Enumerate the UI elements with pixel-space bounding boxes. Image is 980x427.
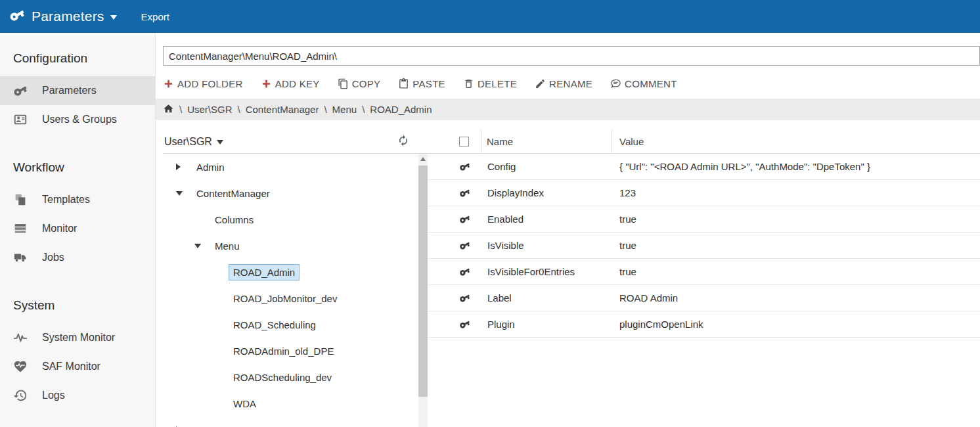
heart-pulse-icon — [13, 359, 28, 374]
users-card-icon — [13, 112, 28, 127]
path-input[interactable] — [163, 46, 980, 66]
add-folder-button[interactable]: ADD FOLDER — [163, 78, 243, 89]
sidebar-item-label: Jobs — [42, 252, 64, 263]
param-key-cell — [428, 240, 481, 251]
param-name: Config — [481, 161, 612, 172]
sidebar-item-label: Users & Groups — [42, 114, 117, 125]
key-icon — [13, 83, 28, 98]
breadcrumb-items: \User\SGR\ContentManager\Menu\ROAD_Admin — [179, 104, 432, 115]
main-content: ADD FOLDERADD KEYCOPYPASTEDELETERENAMECO… — [156, 33, 980, 427]
tree-root-label: User\SGR — [164, 136, 212, 148]
paste-button[interactable]: PASTE — [398, 78, 445, 89]
comment-button[interactable]: COMMENT — [610, 78, 677, 89]
collapse-arrow-icon[interactable] — [193, 244, 210, 248]
scrollbar-track[interactable] — [418, 154, 428, 427]
tree-item-menu[interactable]: Menu — [163, 233, 418, 259]
tree-root-selector[interactable]: User\SGR — [163, 136, 223, 148]
tree-pane: User\SGR AdminContentManagerColumnsMenuR… — [163, 130, 418, 427]
parameters-table: Name Value Config{ "Url": "<ROAD Admin U… — [428, 130, 980, 427]
column-header-name[interactable]: Name — [481, 130, 612, 153]
key-icon — [459, 266, 470, 277]
sidebar-item-templates[interactable]: Templates — [0, 185, 155, 214]
tree-item-label: Columns — [210, 212, 258, 228]
tree-scrollbar[interactable] — [418, 130, 428, 427]
sidebar-heading-system: System — [0, 272, 155, 323]
param-key-cell — [428, 266, 481, 277]
collapse-arrow-icon[interactable] — [175, 191, 192, 196]
button-label: PASTE — [412, 78, 445, 89]
tree-item-label: ROADScheduling_dev — [229, 369, 336, 386]
sidebar-item-saf-monitor[interactable]: SAF Monitor — [0, 352, 155, 381]
refresh-icon[interactable] — [397, 135, 409, 146]
sidebar: ConfigurationParametersUsers & GroupsWor… — [0, 33, 156, 427]
expand-arrow-icon[interactable] — [175, 164, 192, 170]
scroll-thumb[interactable] — [418, 166, 428, 397]
home-slot — [163, 103, 174, 116]
breadcrumb-segment-menu[interactable]: Menu — [332, 104, 357, 115]
folder-tree: AdminContentManagerColumnsMenuROAD_Admin… — [163, 154, 418, 427]
param-value: 123 — [612, 187, 980, 198]
tree-item-label: ContentManager — [192, 185, 275, 202]
table-header: Name Value — [428, 130, 980, 154]
plus-icon — [163, 78, 174, 89]
tree-item-road-scheduling[interactable]: ROAD_Scheduling — [163, 311, 418, 338]
paste-icon — [398, 78, 409, 89]
tree-item-wda[interactable]: WDA — [163, 390, 418, 416]
button-label: DELETE — [478, 78, 517, 89]
tree-item-roadscheduling-dev[interactable]: ROADScheduling_dev — [163, 364, 418, 390]
breadcrumb-segment-road-admin[interactable]: ROAD_Admin — [370, 104, 432, 115]
topbar-menu-export[interactable]: Export — [139, 7, 172, 26]
button-label: COMMENT — [625, 78, 677, 89]
templates-icon — [13, 192, 28, 207]
sidebar-item-parameters[interactable]: Parameters — [0, 76, 155, 105]
chevron-down-icon[interactable] — [110, 15, 117, 23]
tree-item-admin[interactable]: Admin — [163, 154, 418, 180]
tree-item-label: ROAD_JobMonitor_dev — [229, 290, 342, 307]
tree-item-contentmanager[interactable]: ContentManager — [163, 180, 418, 206]
scroll-up-button[interactable] — [418, 154, 428, 164]
sidebar-item-label: System Monitor — [42, 332, 115, 344]
breadcrumb: \User\SGR\ContentManager\Menu\ROAD_Admin — [156, 99, 980, 120]
sidebar-item-label: Templates — [42, 194, 90, 206]
param-row-label[interactable]: LabelROAD Admin — [428, 285, 980, 311]
plus-icon — [261, 78, 272, 89]
param-row-plugin[interactable]: PluginpluginCmOpenLink — [428, 311, 980, 338]
param-row-isvisiblefor0entries[interactable]: IsVisibleFor0Entriestrue — [428, 259, 980, 285]
tree-item-road-admin[interactable]: ROAD_Admin — [163, 259, 418, 285]
sidebar-item-logs[interactable]: Logs — [0, 381, 155, 410]
app-title[interactable]: Parameters — [32, 9, 104, 24]
rename-button[interactable]: RENAME — [535, 78, 592, 89]
key-icon — [459, 161, 470, 172]
jobs-truck-icon — [13, 250, 28, 265]
tree-item-dbm[interactable]: DBM — [163, 416, 418, 427]
param-row-isvisible[interactable]: IsVisibletrue — [428, 233, 980, 259]
sidebar-item-users-groups[interactable]: Users & Groups — [0, 105, 155, 134]
pencil-icon — [535, 78, 546, 89]
param-value: { "Url": "<ROAD Admin URL>", "AuthMode":… — [612, 161, 980, 172]
button-label: ADD KEY — [275, 78, 320, 89]
sidebar-item-system-monitor[interactable]: System Monitor — [0, 323, 155, 352]
button-label: ADD FOLDER — [177, 78, 243, 89]
select-all-checkbox[interactable] — [459, 137, 469, 146]
column-header-value[interactable]: Value — [612, 130, 980, 153]
tree-item-columns[interactable]: Columns — [163, 206, 418, 233]
param-row-enabled[interactable]: Enabledtrue — [428, 206, 980, 233]
param-row-config[interactable]: Config{ "Url": "<ROAD Admin URL>", "Auth… — [428, 154, 980, 180]
breadcrumb-segment-contentmanager[interactable]: ContentManager — [246, 104, 319, 115]
add-key-button[interactable]: ADD KEY — [261, 78, 320, 89]
tree-item-roadadmin-old-dpe[interactable]: ROADAdmin_old_DPE — [163, 338, 418, 364]
param-row-displayindex[interactable]: DisplayIndex123 — [428, 180, 980, 206]
refresh-slot — [397, 135, 418, 149]
table-rows: Config{ "Url": "<ROAD Admin URL>", "Auth… — [428, 154, 980, 427]
breadcrumb-segment-user-sgr[interactable]: User\SGR — [187, 104, 232, 115]
breadcrumb-separator: \ — [324, 104, 326, 115]
delete-button[interactable]: DELETE — [463, 78, 517, 89]
content-panes: User\SGR AdminContentManagerColumnsMenuR… — [156, 130, 980, 427]
copy-button[interactable]: COPY — [338, 78, 381, 89]
sidebar-item-monitor[interactable]: Monitor — [0, 214, 155, 243]
tree-item-road-jobmonitor-dev[interactable]: ROAD_JobMonitor_dev — [163, 285, 418, 311]
param-name: Plugin — [481, 319, 612, 330]
sidebar-item-jobs[interactable]: Jobs — [0, 243, 155, 272]
home-icon[interactable] — [163, 103, 174, 114]
key-icon — [459, 240, 470, 251]
